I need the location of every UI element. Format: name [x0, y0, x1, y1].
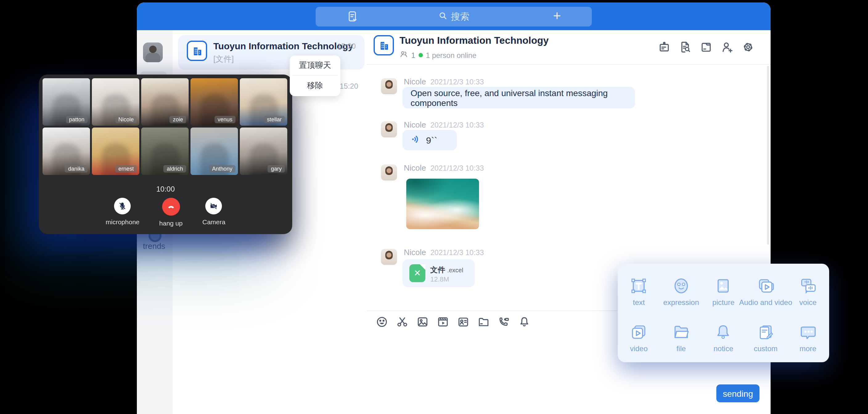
participant-tile[interactable]: ernest	[92, 128, 139, 175]
sender-avatar[interactable]	[381, 249, 397, 265]
conversation-time: 15:20	[340, 82, 358, 91]
expression-icon	[672, 276, 690, 295]
send-button[interactable]: sending	[716, 384, 760, 402]
participant-tile[interactable]: danika	[42, 128, 90, 175]
pinned-board-icon[interactable]	[658, 41, 671, 54]
add-button[interactable]: +	[553, 9, 561, 23]
screenshot-scissors-icon[interactable]	[396, 315, 409, 328]
video-call-panel: patton Nicole zoie venus stellar danika …	[39, 74, 292, 234]
file-folder-icon	[672, 322, 690, 341]
picture-icon	[714, 276, 733, 295]
message-type-popup: text expression picture	[618, 264, 829, 362]
call-controls: microphone hang up	[39, 198, 292, 227]
image-icon[interactable]	[416, 315, 429, 328]
popup-item-voice[interactable]: voice	[787, 270, 829, 313]
search-icon	[438, 11, 447, 22]
call-timer: 10:00	[39, 185, 292, 193]
sender-avatar[interactable]	[381, 164, 397, 181]
conversation-title: Tuoyun Information Technology	[213, 41, 353, 51]
scrollbar[interactable]	[767, 66, 769, 245]
conversation-preview: [文件]	[213, 54, 234, 65]
settings-gear-icon[interactable]	[742, 41, 754, 54]
file-message-bubble[interactable]: 文件 .excel 12.8M	[403, 259, 475, 287]
participant-tile[interactable]: Nicole	[92, 78, 139, 126]
chat-header-actions	[658, 41, 754, 54]
chat-subtitle: 1 1 person online	[400, 50, 476, 60]
message-meta: Nicole2021/12/3 10:33	[404, 248, 484, 257]
more-icon	[799, 322, 817, 341]
popup-item-audio-video[interactable]: Audio and video	[745, 270, 787, 313]
video-icon	[630, 322, 648, 341]
voice-icon	[799, 276, 817, 295]
search-placeholder: 搜索	[451, 11, 469, 23]
trends-label: trends	[138, 242, 170, 251]
popup-item-file[interactable]: file	[660, 316, 702, 359]
self-avatar[interactable]	[143, 42, 163, 62]
popup-item-more[interactable]: more	[787, 316, 829, 359]
participant-grid: patton Nicole zoie venus stellar danika …	[42, 78, 288, 175]
camera-button[interactable]: Camera	[202, 198, 225, 227]
video-clip-icon[interactable]	[436, 315, 450, 328]
camera-off-icon	[206, 198, 222, 214]
participant-tile[interactable]: Anthony	[190, 128, 238, 175]
notification-bell-icon[interactable]	[518, 315, 531, 328]
popup-item-custom[interactable]: custom	[745, 316, 787, 359]
search-field[interactable]: 搜索	[316, 7, 592, 27]
message-meta: Nicole2021/12/3 10:33	[404, 77, 484, 86]
chat-title: Tuoyun Information Technology	[400, 35, 549, 46]
conversation-context-menu: 置顶聊天 移除	[290, 56, 340, 96]
participant-tile[interactable]: gary	[240, 128, 287, 175]
add-member-icon[interactable]	[721, 41, 734, 54]
chat-header: Tuoyun Information Technology 1 1 person…	[367, 30, 771, 65]
hang-up-icon	[162, 198, 180, 216]
menu-item-pin-chat[interactable]: 置顶聊天	[290, 56, 340, 75]
text-message-bubble[interactable]: Open source, free, and universal instant…	[403, 87, 635, 108]
message-meta: Nicole2021/12/3 10:33	[404, 163, 484, 172]
online-dot	[418, 53, 423, 57]
file-name: 文件 .excel	[430, 265, 463, 276]
audio-message-bubble[interactable]: 9``	[403, 130, 457, 150]
notice-bell-icon	[714, 322, 733, 341]
conversation-time: 15:20	[337, 42, 356, 51]
file-size: 12.8M	[430, 276, 449, 283]
popup-item-expression[interactable]: expression	[660, 270, 702, 313]
search-bar[interactable]: 搜索 +	[316, 7, 592, 27]
text-icon	[630, 276, 648, 295]
contact-card-icon[interactable]	[457, 315, 470, 328]
participant-tile[interactable]: stellar	[240, 78, 287, 126]
member-count: 1	[411, 51, 415, 59]
popup-item-text[interactable]: text	[618, 270, 660, 313]
popup-item-picture[interactable]: picture	[702, 270, 744, 313]
search-history-icon[interactable]	[679, 41, 692, 54]
image-message-beach-photo[interactable]	[406, 179, 479, 229]
desktop-background: 搜索 +	[0, 0, 868, 414]
audio-duration: 9``	[426, 135, 437, 146]
audio-wave-icon	[410, 134, 421, 147]
group-avatar	[187, 41, 207, 61]
participant-tile[interactable]: patton	[42, 78, 90, 126]
participant-tile[interactable]: venus	[190, 78, 238, 126]
excel-file-icon	[409, 264, 425, 282]
microphone-muted-icon	[114, 198, 131, 214]
emoji-icon[interactable]	[375, 315, 389, 328]
files-icon[interactable]	[700, 41, 713, 54]
microphone-button[interactable]: microphone	[106, 198, 140, 227]
group-avatar	[374, 35, 394, 56]
audio-video-icon	[756, 276, 775, 295]
sender-avatar[interactable]	[381, 121, 397, 137]
popup-item-notice[interactable]: notice	[702, 316, 744, 359]
online-status: 1 person online	[426, 51, 476, 59]
folder-icon[interactable]	[477, 315, 490, 328]
message-meta: Nicole2021/12/3 10:33	[404, 120, 484, 129]
video-call-icon[interactable]	[497, 315, 510, 328]
hang-up-button[interactable]: hang up	[159, 198, 183, 227]
menu-item-remove[interactable]: 移除	[290, 76, 340, 95]
participant-tile[interactable]: zoie	[141, 78, 189, 126]
members-icon	[400, 50, 408, 60]
participant-tile[interactable]: aldrich	[141, 128, 189, 175]
sender-avatar[interactable]	[381, 78, 397, 94]
custom-edit-icon	[756, 322, 775, 341]
composer-toolbar	[375, 315, 531, 328]
top-bar: 搜索 +	[137, 2, 771, 30]
popup-item-video[interactable]: video	[618, 316, 660, 359]
